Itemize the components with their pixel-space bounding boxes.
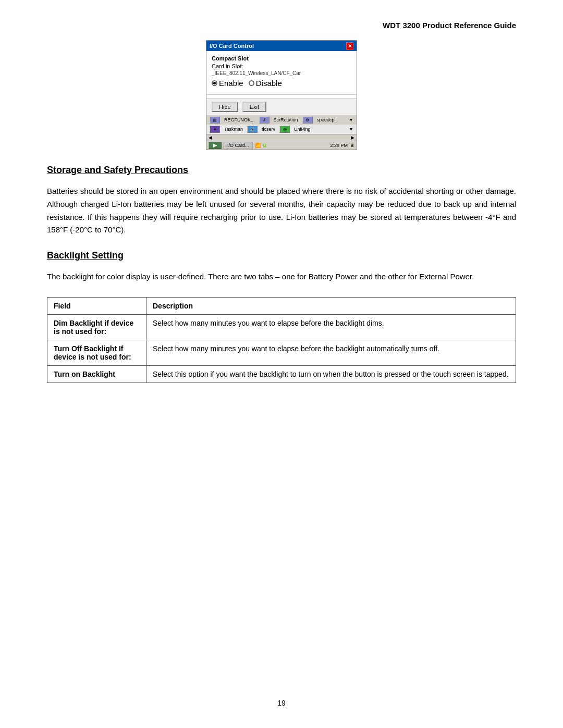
card-in-slot-label: Card in Slot: [212,63,351,69]
disable-radio[interactable]: Disable [249,79,282,88]
table-row: Dim Backlight if device is not used for:… [47,314,516,340]
dialog-screenshot: I/O Card Control ✕ Compact Slot Card in … [206,40,357,150]
scroll-arrows: ◀ ▶ [206,134,357,141]
description-cell-0: Select how many minutes you want to elap… [146,314,516,340]
start-button[interactable]: ▶ [209,142,222,149]
storage-body: Batteries should be stored in an open en… [47,185,516,237]
icon-label-1: REGFUNOK... [224,117,255,122]
field-cell-0: Dim Backlight if device is not used for: [47,314,146,340]
table-header-row: Field Description [47,297,516,314]
scroll-indicator: ▼ [349,117,353,122]
small-icon-2: ↺ [259,116,270,124]
header-title: WDT 3200 Product Reference Guide [383,21,516,30]
taskbar-iocard[interactable]: I/O Card... [224,142,253,149]
hide-button[interactable]: Hide [212,102,238,112]
tlcserv-label: tlcserv [262,127,275,132]
field-cell-2: Turn on Backlight [47,365,146,382]
dialog-buttons-area: Hide Exit [206,98,357,115]
backlight-intro: The backlight for color display is user-… [47,270,516,283]
bottom-icon-row: ✦ Taskman 🔊 tlcserv ◎ UniPing ▼ [206,125,357,134]
small-icon-1: ▤ [210,116,220,124]
scroll-indicator-2: ▼ [349,127,353,132]
dialog-close-button[interactable]: ✕ [346,42,353,50]
disable-label: Disable [256,79,282,88]
disable-radio-circle[interactable] [249,80,254,86]
description-cell-1: Select how many minutes you want to elap… [146,340,516,365]
description-cell-2: Select this option if you want the backl… [146,365,516,382]
dialog-body: Compact Slot Card in Slot: _IEEE_802.11_… [206,51,357,95]
backlight-table: Field Description Dim Backlight if devic… [47,297,516,383]
page-container: WDT 3200 Product Reference Guide I/O Car… [0,0,563,728]
table-row: Turn on BacklightSelect this option if y… [47,365,516,382]
icon-label-2: ScrRotation [274,117,298,122]
dialog-title: I/O Card Control [210,43,254,49]
icon-label-3: speedcpl [317,117,336,122]
taskbar-extra: 🖥 [350,143,354,148]
col1-header: Field [47,297,146,314]
screenshot-area: I/O Card Control ✕ Compact Slot Card in … [47,40,516,150]
tlcserv-icon: 🔊 [247,126,258,133]
enable-radio[interactable]: Enable [212,79,243,88]
compact-slot-label: Compact Slot [212,55,351,61]
col2-header: Description [146,297,516,314]
field-cell-1: Turn Off Backlight If device is not used… [47,340,146,365]
uniping-label: UniPing [294,127,311,132]
small-icon-3: ⚙ [302,116,313,124]
uniping-icon: ◎ [279,126,290,133]
page-header: WDT 3200 Product Reference Guide [47,21,516,30]
taskman-label: Taskman [224,127,243,132]
card-name: _IEEE_802.11_Wireless_LAN/CF_Car [212,70,351,76]
taskbar-icons: 📶 🔋 [255,143,267,148]
enable-radio-circle[interactable] [212,80,217,86]
page-number: 19 [0,699,563,707]
radio-group: Enable Disable [212,79,351,88]
dialog-titlebar: I/O Card Control ✕ [206,41,357,51]
top-icon-row: ▤ REGFUNOK... ↺ ScrRotation ⚙ speedcpl ▼ [206,115,357,125]
taskman-icon: ✦ [210,126,220,133]
storage-heading: Storage and Safety Precautions [47,165,516,176]
table-row: Turn Off Backlight If device is not used… [47,340,516,365]
taskbar-time: 2:28 PM [330,143,348,148]
backlight-heading: Backlight Setting [47,250,516,261]
enable-label: Enable [219,79,243,88]
bottom-taskbar: ▶ I/O Card... 📶 🔋 2:28 PM 🖥 [206,141,357,150]
exit-button[interactable]: Exit [242,102,266,112]
